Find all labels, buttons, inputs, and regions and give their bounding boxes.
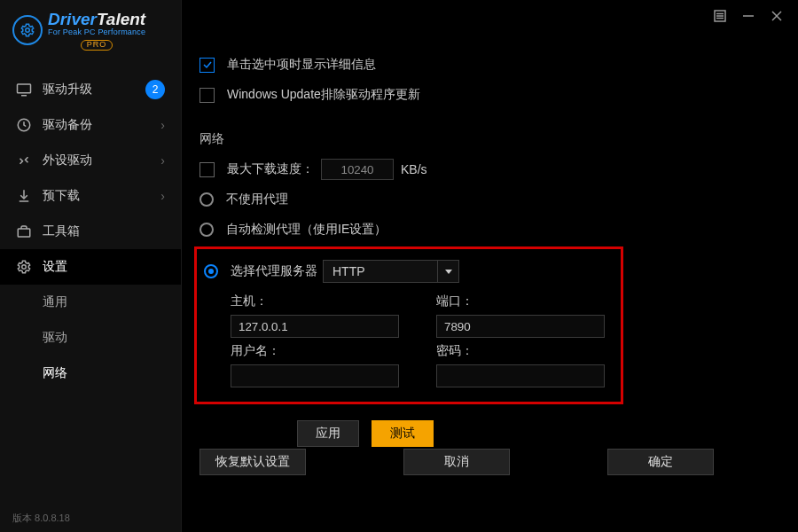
version-label: 版本 8.0.8.18 — [0, 505, 181, 532]
nav: 驱动升级 2 驱动备份 › 外设驱动 › 预下载 › — [0, 72, 181, 505]
proxy-type-dropdown-button[interactable] — [438, 260, 459, 283]
svg-point-7 — [26, 28, 30, 33]
proxy-none-label: 不使用代理 — [226, 192, 288, 207]
user-label: 用户名： — [231, 343, 408, 359]
chevron-right-icon: › — [160, 189, 165, 203]
section-network-title: 网络 — [200, 131, 798, 147]
gear-icon — [12, 15, 43, 45]
ok-button[interactable]: 确定 — [607, 449, 714, 475]
clock-icon — [16, 117, 32, 133]
settings-sub-network[interactable]: 网络 — [0, 356, 181, 391]
opt-exclude-wu-label: Windows Update排除驱动程序更新 — [227, 87, 420, 103]
gear-icon — [16, 259, 32, 275]
svg-rect-11 — [18, 229, 30, 237]
cancel-button[interactable]: 取消 — [403, 449, 510, 475]
proxy-type-select[interactable]: HTTP — [323, 260, 438, 283]
sidebar-item-settings[interactable]: 设置 — [0, 249, 181, 285]
update-count-badge: 2 — [145, 80, 165, 99]
port-label: 端口： — [436, 293, 614, 309]
port-input[interactable] — [436, 315, 605, 338]
opt-show-detail-label: 单击选中项时显示详细信息 — [227, 57, 376, 73]
checkbox-exclude-wu[interactable] — [200, 88, 215, 103]
download-icon — [16, 188, 32, 204]
user-input[interactable] — [231, 364, 399, 387]
main-panel: 单击选中项时显示详细信息 Windows Update排除驱动程序更新 网络 最… — [182, 0, 798, 532]
toolbox-icon — [16, 223, 32, 239]
settings-sub-general[interactable]: 通用 — [0, 285, 181, 320]
sidebar-item-toolbox[interactable]: 工具箱 — [0, 214, 181, 249]
svg-marker-13 — [445, 270, 452, 274]
svg-point-12 — [22, 265, 27, 270]
sidebar-item-label: 驱动升级 — [43, 82, 92, 98]
sidebar-item-peripheral[interactable]: 外设驱动 › — [0, 143, 181, 178]
app-subtitle: For Peak PC Performance — [48, 28, 145, 36]
sidebar-item-label: 预下载 — [43, 188, 80, 204]
proxy-config-highlight: 选择代理服务器 HTTP 主机： 端口： 用户名： 密码： — [194, 246, 623, 404]
host-input[interactable] — [231, 315, 399, 338]
pro-badge: PRO — [81, 40, 113, 50]
sidebar-item-label: 驱动备份 — [43, 117, 92, 133]
app-logo: DriverTalent For Peak PC Performance PRO — [0, 0, 181, 59]
proxy-select-label: 选择代理服务器 — [231, 263, 317, 279]
pass-label: 密码： — [436, 343, 614, 359]
caret-down-icon — [444, 267, 453, 276]
sidebar-item-label: 工具箱 — [43, 223, 80, 239]
checkbox-max-speed[interactable] — [200, 162, 215, 177]
svg-rect-8 — [18, 84, 31, 93]
radio-proxy-none[interactable] — [200, 192, 214, 207]
radio-proxy-auto[interactable] — [200, 223, 214, 237]
test-button[interactable]: 测试 — [372, 420, 434, 447]
proxy-auto-label: 自动检测代理（使用IE设置） — [226, 222, 387, 238]
sidebar-item-driver-upgrade[interactable]: 驱动升级 2 — [0, 72, 181, 107]
plug-icon — [16, 153, 32, 168]
apply-button[interactable]: 应用 — [297, 420, 359, 447]
chevron-right-icon: › — [160, 153, 165, 168]
sidebar-item-driver-backup[interactable]: 驱动备份 › — [0, 107, 181, 143]
chevron-right-icon: › — [160, 118, 165, 132]
app-title: DriverTalent — [48, 11, 145, 28]
sidebar-item-predownload[interactable]: 预下载 › — [0, 178, 181, 214]
checkbox-show-detail[interactable] — [200, 58, 215, 73]
radio-proxy-select[interactable] — [204, 264, 218, 278]
sidebar: DriverTalent For Peak PC Performance PRO… — [0, 0, 182, 532]
sidebar-item-label: 外设驱动 — [43, 153, 92, 168]
sidebar-item-label: 设置 — [43, 259, 67, 275]
settings-sub-driver[interactable]: 驱动 — [0, 320, 181, 356]
max-speed-input[interactable] — [321, 159, 394, 180]
max-speed-unit: KB/s — [401, 162, 427, 176]
host-label: 主机： — [231, 293, 408, 309]
monitor-icon — [16, 82, 32, 98]
max-speed-label: 最大下载速度： — [227, 161, 314, 177]
pass-input[interactable] — [436, 364, 605, 387]
restore-defaults-button[interactable]: 恢复默认设置 — [200, 449, 306, 475]
